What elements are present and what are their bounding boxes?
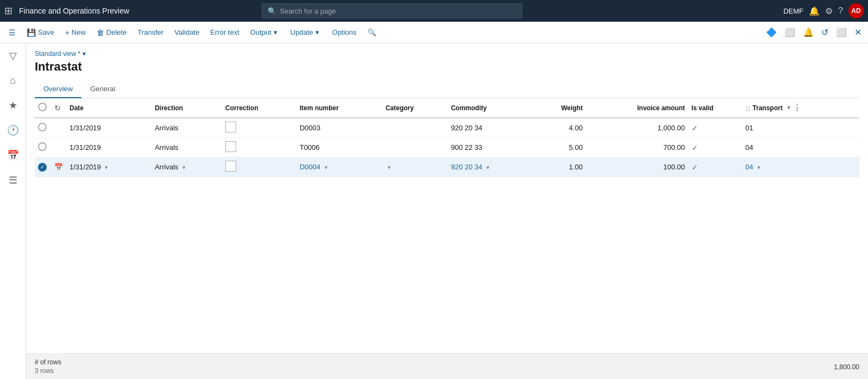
row3-weight: 1.00 xyxy=(533,157,586,177)
row2-commodity: 900 22 33 xyxy=(448,138,533,157)
page-content-area: Standard view * ▾ Intrastat Overview Gen… xyxy=(26,43,868,379)
row1-correction xyxy=(222,118,296,138)
col-header-weight: Weight xyxy=(533,98,586,118)
row2-transport: 04 xyxy=(742,138,859,157)
row2-select-cell[interactable] xyxy=(35,138,51,157)
notifications-icon[interactable]: 🔔 xyxy=(809,6,820,16)
footer-left: # of rows 3 rows xyxy=(35,358,61,375)
transfer-button[interactable]: Transfer xyxy=(133,26,168,39)
tab-overview[interactable]: Overview xyxy=(35,80,81,98)
col-header-category: Category xyxy=(382,98,448,118)
search-bar[interactable]: 🔍 Search for a page xyxy=(262,3,522,18)
user-avatar[interactable]: AD xyxy=(848,3,864,18)
transport-col-arrow[interactable]: ▾ xyxy=(787,104,790,111)
row2-correction-checkbox[interactable] xyxy=(225,141,236,152)
col-header-correction: Correction xyxy=(222,98,296,118)
output-button[interactable]: Output ▾ xyxy=(246,26,284,39)
row1-is-valid: ✓ xyxy=(688,118,742,138)
sidebar-favorites-icon[interactable]: ★ xyxy=(7,97,20,113)
footer-right: 1,800.00 xyxy=(834,363,859,371)
help-icon[interactable]: ? xyxy=(838,6,843,16)
page-title: Intrastat xyxy=(35,60,859,74)
company-label: DEMF xyxy=(783,7,803,15)
delete-button[interactable]: 🗑 Delete xyxy=(92,26,131,39)
col-header-date: Date xyxy=(66,98,151,118)
row2-valid-checkmark: ✓ xyxy=(692,143,698,152)
row3-refresh-cell: 📅 xyxy=(51,157,66,177)
sidebar-home-icon[interactable]: ⌂ xyxy=(8,73,18,89)
refresh-icon[interactable]: ↺ xyxy=(819,25,831,40)
footer-bar: # of rows 3 rows 1,800.00 xyxy=(26,353,868,379)
action-toolbar: ☰ 💾 Save + New 🗑 Delete Transfer Validat… xyxy=(0,22,868,43)
row3-correction-checkbox[interactable] xyxy=(225,161,236,172)
close-icon[interactable]: ✕ xyxy=(852,25,864,40)
tab-general[interactable]: General xyxy=(81,80,124,98)
calendar-icon[interactable]: 📅 xyxy=(54,163,63,171)
error-text-button[interactable]: Error text xyxy=(206,26,243,39)
personalize-icon[interactable]: 🔷 xyxy=(764,25,779,40)
row3-date[interactable]: 1/31/2019 ▾ xyxy=(66,157,151,177)
row2-correction xyxy=(222,138,296,157)
row3-transport-arrow[interactable]: ▾ xyxy=(757,164,761,170)
refresh-icon[interactable]: ↻ xyxy=(54,104,61,112)
row3-valid-checkmark: ✓ xyxy=(692,163,698,172)
table-header-row: ↻ Date Direction Correction Item number … xyxy=(35,98,859,118)
row3-invoice-amount: 100.00 xyxy=(586,157,688,177)
row1-direction: Arrivals xyxy=(151,118,222,138)
update-button[interactable]: Update ▾ xyxy=(286,26,326,39)
sidebar-toggle-button[interactable]: ☰ xyxy=(4,26,20,39)
options-button[interactable]: Options xyxy=(328,26,361,39)
view-selector[interactable]: Standard view * ▾ xyxy=(35,50,859,58)
row3-selector[interactable] xyxy=(38,163,47,172)
row1-selector[interactable] xyxy=(38,123,47,131)
col-drag-icon[interactable]: :: xyxy=(745,104,750,112)
settings-icon[interactable]: ⚙ xyxy=(825,6,833,16)
toolbar-search-icon: 🔍 xyxy=(368,28,376,36)
row1-transport: 01 xyxy=(742,118,859,138)
toolbar-right-actions: 🔷 ⬜ 🔔 ↺ ⬜ ✕ xyxy=(764,25,864,40)
row3-commodity[interactable]: 920 20 34 ▾ xyxy=(448,157,533,177)
row3-select-cell[interactable] xyxy=(35,157,51,177)
row1-category xyxy=(382,118,448,138)
row1-item-number: D0003 xyxy=(296,118,382,138)
row3-direction-arrow[interactable]: ▾ xyxy=(182,164,186,170)
app-title: Finance and Operations Preview xyxy=(19,7,129,15)
row3-item-number-arrow[interactable]: ▾ xyxy=(325,164,328,170)
row3-commodity-arrow[interactable]: ▾ xyxy=(486,164,490,170)
row3-category-arrow[interactable]: ▾ xyxy=(388,164,391,170)
sidebar-workspaces-icon[interactable]: 📅 xyxy=(5,147,21,163)
output-dropdown-arrow: ▾ xyxy=(274,28,277,36)
toolbar-search-button[interactable]: 🔍 xyxy=(363,26,381,39)
intrastat-table: ↻ Date Direction Correction Item number … xyxy=(35,98,859,177)
row2-selector[interactable] xyxy=(38,142,47,151)
grid-icon[interactable]: ⊞ xyxy=(4,5,12,17)
row3-category[interactable]: ▾ xyxy=(382,157,448,177)
trash-icon: 🗑 xyxy=(97,28,104,37)
row1-invoice-amount: 1,000.00 xyxy=(586,118,688,138)
sidebar-modules-icon[interactable]: ☰ xyxy=(7,172,20,188)
sidebar-filter-icon[interactable]: ▽ xyxy=(7,48,19,64)
top-navigation-bar: ⊞ Finance and Operations Preview 🔍 Searc… xyxy=(0,0,868,22)
row2-invoice-amount: 700.00 xyxy=(586,138,688,157)
row2-category xyxy=(382,138,448,157)
col-header-select xyxy=(35,98,51,118)
row3-date-arrow[interactable]: ▾ xyxy=(105,164,108,170)
view-dropdown-arrow: ▾ xyxy=(83,50,86,58)
update-dropdown-arrow: ▾ xyxy=(315,28,319,36)
row1-select-cell[interactable] xyxy=(35,118,51,138)
sidebar-recent-icon[interactable]: 🕐 xyxy=(5,122,21,138)
new-button[interactable]: + New xyxy=(61,26,90,39)
row3-transport[interactable]: 04 ▾ xyxy=(742,157,859,177)
transport-col-more[interactable]: ⋮ xyxy=(793,103,801,113)
row3-item-number[interactable]: D0004 ▾ xyxy=(296,157,382,177)
row2-weight: 5.00 xyxy=(533,138,586,157)
save-button[interactable]: 💾 Save xyxy=(22,26,59,39)
validate-button[interactable]: Validate xyxy=(170,26,204,39)
row1-correction-checkbox[interactable] xyxy=(225,122,236,132)
open-new-window-icon[interactable]: ⬜ xyxy=(834,25,849,40)
full-screen-icon[interactable]: ⬜ xyxy=(782,25,797,40)
row2-is-valid: ✓ xyxy=(688,138,742,157)
alerts-icon[interactable]: 🔔 xyxy=(801,25,816,40)
select-all-checkbox[interactable] xyxy=(38,103,47,111)
row3-direction[interactable]: Arrivals ▾ xyxy=(151,157,222,177)
